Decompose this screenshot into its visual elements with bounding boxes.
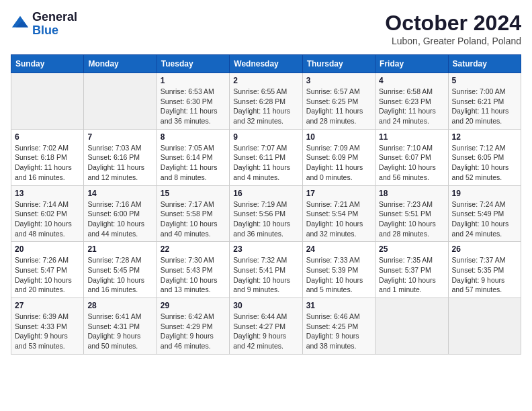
day-info: Sunrise: 7:00 AMSunset: 6:21 PMDaylight:… xyxy=(452,87,517,126)
day-number: 23 xyxy=(233,244,298,254)
calendar-cell: 31Sunrise: 6:46 AMSunset: 4:25 PMDayligh… xyxy=(302,298,375,355)
day-info: Sunrise: 7:19 AMSunset: 5:56 PMDaylight:… xyxy=(233,199,298,239)
day-number: 4 xyxy=(379,76,444,85)
day-info: Sunrise: 6:46 AMSunset: 4:25 PMDaylight:… xyxy=(306,312,371,351)
day-info: Sunrise: 7:32 AMSunset: 5:41 PMDaylight:… xyxy=(233,255,298,295)
day-info: Sunrise: 7:14 AMSunset: 6:02 PMDaylight:… xyxy=(15,199,80,239)
day-number: 25 xyxy=(379,244,444,254)
calendar-cell: 13Sunrise: 7:14 AMSunset: 6:02 PMDayligh… xyxy=(11,185,84,242)
calendar-cell xyxy=(448,298,521,355)
day-number: 30 xyxy=(233,301,298,310)
calendar-header-row: SundayMondayTuesdayWednesdayThursdayFrid… xyxy=(11,55,521,73)
calendar-cell: 5Sunrise: 7:00 AMSunset: 6:21 PMDaylight… xyxy=(448,73,521,130)
calendar-cell: 25Sunrise: 7:35 AMSunset: 5:37 PMDayligh… xyxy=(375,242,448,298)
calendar-week-row: 1Sunrise: 6:53 AMSunset: 6:30 PMDaylight… xyxy=(11,73,521,130)
calendar-cell: 3Sunrise: 6:57 AMSunset: 6:25 PMDaylight… xyxy=(302,73,375,130)
day-info: Sunrise: 6:58 AMSunset: 6:23 PMDaylight:… xyxy=(379,87,444,126)
day-number: 9 xyxy=(233,132,298,142)
day-number: 28 xyxy=(87,301,152,310)
calendar-cell: 20Sunrise: 7:26 AMSunset: 5:47 PMDayligh… xyxy=(11,242,84,298)
logo-icon xyxy=(11,15,30,34)
calendar-cell: 9Sunrise: 7:07 AMSunset: 6:11 PMDaylight… xyxy=(230,129,302,185)
calendar-cell xyxy=(375,298,448,355)
day-info: Sunrise: 7:24 AMSunset: 5:49 PMDaylight:… xyxy=(452,199,517,239)
calendar-cell: 12Sunrise: 7:12 AMSunset: 6:05 PMDayligh… xyxy=(448,129,521,185)
day-info: Sunrise: 7:28 AMSunset: 5:45 PMDaylight:… xyxy=(87,255,152,295)
day-number: 7 xyxy=(87,132,152,142)
day-info: Sunrise: 6:42 AMSunset: 4:29 PMDaylight:… xyxy=(161,312,226,351)
day-number: 3 xyxy=(306,76,371,85)
day-info: Sunrise: 7:23 AMSunset: 5:51 PMDaylight:… xyxy=(379,199,444,239)
day-info: Sunrise: 6:53 AMSunset: 6:30 PMDaylight:… xyxy=(161,87,226,126)
day-info: Sunrise: 6:41 AMSunset: 4:31 PMDaylight:… xyxy=(87,312,152,351)
day-info: Sunrise: 7:16 AMSunset: 6:00 PMDaylight:… xyxy=(87,199,152,239)
calendar-cell: 18Sunrise: 7:23 AMSunset: 5:51 PMDayligh… xyxy=(375,185,448,242)
day-number: 16 xyxy=(233,189,298,198)
day-number: 22 xyxy=(161,244,226,254)
day-info: Sunrise: 6:57 AMSunset: 6:25 PMDaylight:… xyxy=(306,87,371,126)
month-title: October 2024 xyxy=(385,11,521,36)
day-number: 10 xyxy=(306,132,371,142)
calendar-cell: 23Sunrise: 7:32 AMSunset: 5:41 PMDayligh… xyxy=(230,242,302,298)
calendar-cell: 21Sunrise: 7:28 AMSunset: 5:45 PMDayligh… xyxy=(84,242,157,298)
day-number: 15 xyxy=(161,189,226,198)
day-number: 24 xyxy=(306,244,371,254)
calendar-cell: 29Sunrise: 6:42 AMSunset: 4:29 PMDayligh… xyxy=(157,298,229,355)
day-number: 8 xyxy=(161,132,226,142)
day-info: Sunrise: 7:30 AMSunset: 5:43 PMDaylight:… xyxy=(161,255,226,295)
day-info: Sunrise: 7:03 AMSunset: 6:16 PMDaylight:… xyxy=(87,143,152,183)
day-info: Sunrise: 7:02 AMSunset: 6:18 PMDaylight:… xyxy=(15,143,80,183)
day-info: Sunrise: 7:07 AMSunset: 6:11 PMDaylight:… xyxy=(233,143,298,183)
weekday-header: Monday xyxy=(84,55,157,73)
page-header: General Blue October 2024 Lubon, Greater… xyxy=(11,11,521,46)
day-number: 14 xyxy=(87,189,152,198)
day-number: 21 xyxy=(87,244,152,254)
calendar-cell: 4Sunrise: 6:58 AMSunset: 6:23 PMDaylight… xyxy=(375,73,448,130)
calendar-cell: 1Sunrise: 6:53 AMSunset: 6:30 PMDaylight… xyxy=(157,73,229,130)
calendar-cell: 10Sunrise: 7:09 AMSunset: 6:09 PMDayligh… xyxy=(302,129,375,185)
day-number: 11 xyxy=(379,132,444,142)
calendar-cell xyxy=(11,73,84,130)
calendar-cell: 11Sunrise: 7:10 AMSunset: 6:07 PMDayligh… xyxy=(375,129,448,185)
calendar-cell: 14Sunrise: 7:16 AMSunset: 6:00 PMDayligh… xyxy=(84,185,157,242)
calendar-cell xyxy=(84,73,157,130)
day-info: Sunrise: 7:10 AMSunset: 6:07 PMDaylight:… xyxy=(379,143,444,183)
calendar-cell: 6Sunrise: 7:02 AMSunset: 6:18 PMDaylight… xyxy=(11,129,84,185)
day-info: Sunrise: 6:39 AMSunset: 4:33 PMDaylight:… xyxy=(15,312,80,351)
day-info: Sunrise: 7:37 AMSunset: 5:35 PMDaylight:… xyxy=(452,255,517,295)
day-info: Sunrise: 6:55 AMSunset: 6:28 PMDaylight:… xyxy=(233,87,298,126)
day-info: Sunrise: 7:12 AMSunset: 6:05 PMDaylight:… xyxy=(452,143,517,183)
day-info: Sunrise: 7:05 AMSunset: 6:14 PMDaylight:… xyxy=(161,143,226,183)
day-info: Sunrise: 7:21 AMSunset: 5:54 PMDaylight:… xyxy=(306,199,371,239)
day-info: Sunrise: 7:26 AMSunset: 5:47 PMDaylight:… xyxy=(15,255,80,295)
day-number: 19 xyxy=(452,189,517,198)
weekday-header: Wednesday xyxy=(230,55,302,73)
day-number: 27 xyxy=(15,301,80,310)
logo: General Blue xyxy=(11,11,77,38)
calendar-week-row: 6Sunrise: 7:02 AMSunset: 6:18 PMDaylight… xyxy=(11,129,521,185)
day-number: 31 xyxy=(306,301,371,310)
calendar-cell: 17Sunrise: 7:21 AMSunset: 5:54 PMDayligh… xyxy=(302,185,375,242)
day-number: 26 xyxy=(452,244,517,254)
day-number: 20 xyxy=(15,244,80,254)
day-info: Sunrise: 7:17 AMSunset: 5:58 PMDaylight:… xyxy=(161,199,226,239)
location-subtitle: Lubon, Greater Poland, Poland xyxy=(385,36,521,46)
calendar-table: SundayMondayTuesdayWednesdayThursdayFrid… xyxy=(11,54,521,355)
calendar-cell: 26Sunrise: 7:37 AMSunset: 5:35 PMDayligh… xyxy=(448,242,521,298)
weekday-header: Thursday xyxy=(302,55,375,73)
day-number: 12 xyxy=(452,132,517,142)
day-number: 13 xyxy=(15,189,80,198)
weekday-header: Tuesday xyxy=(157,55,229,73)
day-number: 1 xyxy=(161,76,226,85)
calendar-cell: 30Sunrise: 6:44 AMSunset: 4:27 PMDayligh… xyxy=(230,298,302,355)
day-info: Sunrise: 6:44 AMSunset: 4:27 PMDaylight:… xyxy=(233,312,298,351)
calendar-cell: 24Sunrise: 7:33 AMSunset: 5:39 PMDayligh… xyxy=(302,242,375,298)
day-number: 6 xyxy=(15,132,80,142)
day-number: 17 xyxy=(306,189,371,198)
calendar-cell: 19Sunrise: 7:24 AMSunset: 5:49 PMDayligh… xyxy=(448,185,521,242)
calendar-cell: 27Sunrise: 6:39 AMSunset: 4:33 PMDayligh… xyxy=(11,298,84,355)
weekday-header: Friday xyxy=(375,55,448,73)
calendar-cell: 16Sunrise: 7:19 AMSunset: 5:56 PMDayligh… xyxy=(230,185,302,242)
calendar-week-row: 27Sunrise: 6:39 AMSunset: 4:33 PMDayligh… xyxy=(11,298,521,355)
day-info: Sunrise: 7:33 AMSunset: 5:39 PMDaylight:… xyxy=(306,255,371,295)
